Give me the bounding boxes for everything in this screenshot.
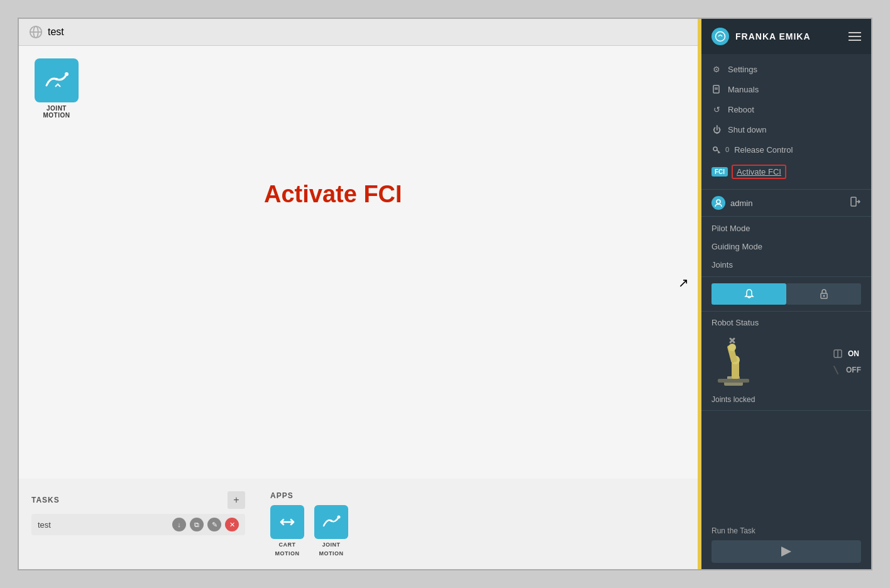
svg-point-17 [823, 295, 825, 297]
canvas-app-icon [35, 58, 79, 102]
power-on-icon [832, 347, 844, 360]
svg-point-4 [55, 78, 58, 80]
task-copy-button[interactable]: ⧉ [190, 518, 204, 531]
run-task-label: Run the Task [711, 526, 861, 535]
mode-pilot[interactable]: Pilot Mode [701, 219, 871, 237]
hamburger-button[interactable] [849, 32, 861, 41]
robot-arm-svg [711, 334, 768, 390]
user-avatar [711, 196, 725, 210]
brand-name-text: FRANKA EMIKA [735, 31, 811, 41]
power-off-icon [830, 364, 842, 376]
apps-panel: APPS CART MOTION [270, 491, 685, 557]
bottom-section: TASKS + test ↓ ⧉ ✎ ✕ [19, 479, 698, 569]
key-icon [712, 145, 721, 154]
tasks-panel: TASKS + test ↓ ⧉ ✎ ✕ [31, 491, 245, 557]
app-cart-motion[interactable]: CART MOTION [270, 505, 304, 557]
shutdown-label: Shut down [728, 125, 766, 134]
svg-point-6 [330, 520, 332, 522]
task-download-button[interactable]: ↓ [172, 518, 186, 531]
robot-status-content: ON OFF [711, 334, 861, 390]
menu-item-settings[interactable]: ⚙ Settings [701, 59, 871, 79]
shutdown-icon: ⏻ [711, 124, 722, 134]
on-off-controls: ON OFF [830, 347, 861, 376]
mode-guiding[interactable]: Guiding Mode [701, 237, 871, 256]
joint-motion-svg [321, 512, 341, 532]
joint-motion-label-2: MOTION [319, 550, 344, 557]
menu-item-fci[interactable]: FCI Activate FCI [701, 160, 871, 184]
robot-status-section: Robot Status [701, 312, 871, 411]
joint-motion-icon-box [314, 505, 348, 539]
manuals-label: Manuals [728, 85, 759, 94]
run-task-section: Run the Task [701, 516, 871, 569]
svg-point-3 [65, 72, 69, 76]
tasks-title: TASKS [31, 496, 60, 504]
on-status-text: ON [848, 349, 859, 358]
svg-point-14 [717, 200, 720, 204]
svg-point-7 [716, 32, 725, 41]
mode-joints[interactable]: Joints [701, 256, 871, 274]
fci-badge: FCI [711, 167, 728, 177]
release-label: Release Control [734, 145, 793, 155]
settings-icon: ⚙ [711, 64, 722, 74]
menu-item-release[interactable]: 0 Release Control [701, 139, 871, 160]
sidebar-menu: ⚙ Settings Manuals ↺ Reboot ⏻ S [701, 54, 871, 190]
bell-icon [743, 288, 755, 300]
release-number: 0 [725, 146, 729, 153]
svg-point-5 [338, 516, 341, 519]
sidebar-header: FRANKA EMIKA [701, 19, 871, 54]
main-content: test JOINT MOTION Activate FCI [19, 19, 698, 569]
task-edit-button[interactable]: ✎ [207, 518, 221, 531]
tasks-panel-header: TASKS + [31, 491, 245, 509]
task-name: test [38, 520, 168, 530]
svg-point-23 [728, 344, 736, 351]
activate-fci-overlay: Activate FCI [264, 181, 402, 208]
joints-locked-text: Joints locked [711, 395, 861, 404]
toggle-bell-button[interactable] [711, 283, 786, 305]
apps-panel-header: APPS [270, 491, 685, 500]
brand-logo-icon [715, 31, 726, 42]
cart-motion-svg [277, 512, 297, 532]
user-row: admin [701, 190, 871, 217]
menu-item-shutdown[interactable]: ⏻ Shut down [701, 119, 871, 139]
run-task-button[interactable] [711, 540, 861, 563]
menu-item-manuals[interactable]: Manuals [701, 79, 871, 99]
user-name-text: admin [730, 199, 752, 208]
settings-label: Settings [728, 65, 757, 74]
mode-list: Pilot Mode Guiding Mode Joints [701, 217, 871, 277]
lock-icon [818, 288, 830, 300]
joint-motion-label-1: JOINT [322, 542, 340, 548]
power-on-row: ON [832, 347, 859, 360]
svg-rect-26 [718, 379, 749, 383]
logout-svg [850, 196, 861, 207]
canvas-app-label-line2: MOTION [43, 112, 70, 119]
reboot-icon: ↺ [711, 104, 722, 114]
globe-icon [29, 25, 43, 39]
joint-motion-canvas-icon [43, 67, 70, 94]
top-bar: test [19, 19, 698, 46]
off-status-text: OFF [846, 366, 861, 374]
robot-arm-image [711, 334, 768, 390]
app-joint-motion[interactable]: JOINT MOTION [314, 505, 348, 557]
user-info: admin [711, 196, 752, 210]
canvas-app-label-line1: JOINT [47, 105, 67, 112]
svg-line-29 [834, 366, 838, 374]
fci-activate-link[interactable]: Activate FCI [732, 165, 786, 179]
robot-status-label: Robot Status [711, 318, 861, 327]
menu-item-reboot[interactable]: ↺ Reboot [701, 99, 871, 119]
manuals-icon [711, 84, 722, 94]
task-row: test ↓ ⧉ ✎ ✕ [31, 514, 245, 535]
power-off-row: OFF [830, 364, 861, 376]
reboot-label: Reboot [728, 105, 754, 114]
manuals-svg [712, 85, 721, 94]
add-task-button[interactable]: + [228, 491, 245, 509]
toggle-lock-button[interactable] [786, 283, 861, 305]
play-icon [781, 547, 791, 557]
apps-grid: CART MOTION JOINT MOTION [270, 505, 685, 557]
task-delete-button[interactable]: ✕ [225, 518, 239, 531]
cart-motion-label-2: MOTION [275, 550, 300, 557]
canvas-joint-motion-block[interactable]: JOINT MOTION [31, 58, 82, 119]
brand-logo [711, 28, 729, 45]
canvas-area: JOINT MOTION Activate FCI [19, 46, 698, 479]
cart-motion-icon-box [270, 505, 304, 539]
logout-icon[interactable] [850, 196, 861, 210]
